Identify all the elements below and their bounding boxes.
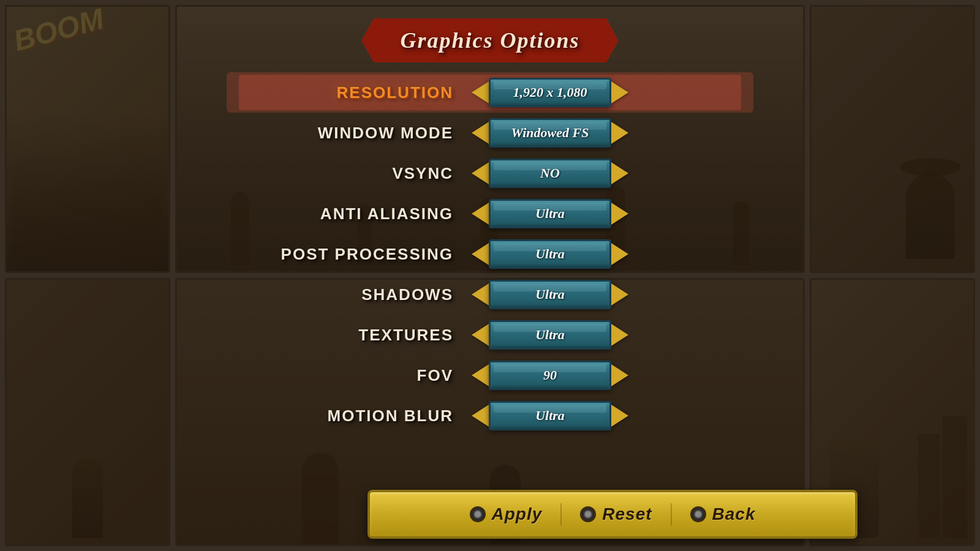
arrow-left-textures[interactable] xyxy=(472,324,489,346)
option-control-vsync: NO xyxy=(472,159,628,188)
arrow-left-resolution[interactable] xyxy=(472,81,489,103)
option-row-shadows: SHADOWSUltra xyxy=(239,277,741,312)
option-control-resolution: 1,920 x 1,080 xyxy=(472,78,628,107)
option-label-post-processing: POST PROCESSING xyxy=(239,245,472,264)
option-control-textures: Ultra xyxy=(472,320,628,350)
arrow-left-fov[interactable] xyxy=(472,364,489,386)
value-box-vsync: NO xyxy=(489,159,611,188)
reset-button-icon xyxy=(580,506,596,522)
option-label-window-mode: WINDOW MODE xyxy=(239,124,472,143)
option-row-window-mode: WINDOW MODEWindowed FS xyxy=(239,115,741,151)
bottom-bar: Apply Reset Back xyxy=(368,490,858,539)
option-label-fov: FOV xyxy=(239,366,472,385)
value-text-post-processing: Ultra xyxy=(535,246,565,262)
arrow-left-window-mode[interactable] xyxy=(472,122,489,144)
value-box-motion-blur: Ultra xyxy=(489,401,611,430)
option-label-resolution: RESOLUTION xyxy=(239,83,472,102)
arrow-left-vsync[interactable] xyxy=(472,162,489,184)
title-ribbon: Graphics Options xyxy=(361,18,618,62)
page-title: Graphics Options xyxy=(400,28,579,53)
option-control-anti-aliasing: Ultra xyxy=(472,199,628,228)
value-box-shadows: Ultra xyxy=(489,280,611,309)
option-control-window-mode: Windowed FS xyxy=(472,118,628,148)
arrow-left-shadows[interactable] xyxy=(472,283,489,305)
value-text-fov: 90 xyxy=(543,367,557,383)
value-box-anti-aliasing: Ultra xyxy=(489,199,611,228)
value-text-textures: Ultra xyxy=(535,327,565,343)
arrow-left-post-processing[interactable] xyxy=(472,243,489,265)
option-label-textures: TEXTURES xyxy=(239,326,472,345)
option-label-vsync: VSYNC xyxy=(239,164,472,183)
option-row-textures: TEXTURESUltra xyxy=(239,317,741,353)
value-text-window-mode: Windowed FS xyxy=(511,125,589,141)
value-box-window-mode: Windowed FS xyxy=(489,118,611,148)
value-box-resolution: 1,920 x 1,080 xyxy=(489,78,611,107)
back-button[interactable]: Back xyxy=(678,502,768,527)
option-row-vsync: VSYNCNO xyxy=(239,156,741,191)
arrow-right-vsync[interactable] xyxy=(611,162,628,184)
reset-button[interactable]: Reset xyxy=(568,502,664,527)
arrow-left-motion-blur[interactable] xyxy=(472,405,489,427)
apply-button-icon xyxy=(470,506,486,522)
arrow-right-resolution[interactable] xyxy=(611,81,628,103)
divider-2 xyxy=(671,503,672,525)
divider-1 xyxy=(560,503,562,525)
value-box-textures: Ultra xyxy=(489,320,611,350)
option-row-fov: FOV90 xyxy=(239,358,741,393)
option-label-shadows: SHADOWS xyxy=(239,285,472,304)
option-row-anti-aliasing: ANTI ALIASINGUltra xyxy=(239,196,741,231)
main-content: Graphics Options RESOLUTION1,920 x 1,080… xyxy=(0,0,980,551)
apply-button[interactable]: Apply xyxy=(458,502,555,527)
option-label-anti-aliasing: ANTI ALIASING xyxy=(239,204,472,223)
option-label-motion-blur: MOTION BLUR xyxy=(239,407,472,425)
back-button-icon xyxy=(690,506,706,522)
value-text-shadows: Ultra xyxy=(535,287,565,302)
arrow-right-shadows[interactable] xyxy=(611,283,628,305)
option-row-motion-blur: MOTION BLURUltra xyxy=(239,398,741,433)
arrow-right-textures[interactable] xyxy=(611,324,628,346)
arrow-right-post-processing[interactable] xyxy=(611,243,628,265)
reset-button-label: Reset xyxy=(602,504,652,524)
value-box-post-processing: Ultra xyxy=(489,239,611,269)
arrow-left-anti-aliasing[interactable] xyxy=(472,203,489,225)
value-text-anti-aliasing: Ultra xyxy=(535,206,565,222)
option-control-motion-blur: Ultra xyxy=(472,401,628,430)
back-button-label: Back xyxy=(712,504,756,524)
title-banner: Graphics Options xyxy=(361,18,618,62)
options-list: RESOLUTION1,920 x 1,080WINDOW MODEWindow… xyxy=(239,75,741,433)
option-control-shadows: Ultra xyxy=(472,280,628,309)
apply-button-label: Apply xyxy=(492,504,543,524)
value-text-vsync: NO xyxy=(540,165,560,181)
bottom-panel: Apply Reset Back xyxy=(368,490,858,539)
value-text-motion-blur: Ultra xyxy=(535,408,565,424)
arrow-right-window-mode[interactable] xyxy=(611,122,628,144)
value-text-resolution: 1,920 x 1,080 xyxy=(513,84,587,100)
option-row-resolution: RESOLUTION1,920 x 1,080 xyxy=(239,75,741,110)
option-row-post-processing: POST PROCESSINGUltra xyxy=(239,236,741,272)
value-box-fov: 90 xyxy=(489,361,611,390)
arrow-right-anti-aliasing[interactable] xyxy=(611,203,628,225)
option-control-fov: 90 xyxy=(472,361,628,390)
arrow-right-fov[interactable] xyxy=(611,364,628,386)
option-control-post-processing: Ultra xyxy=(472,239,628,269)
arrow-right-motion-blur[interactable] xyxy=(611,405,628,427)
